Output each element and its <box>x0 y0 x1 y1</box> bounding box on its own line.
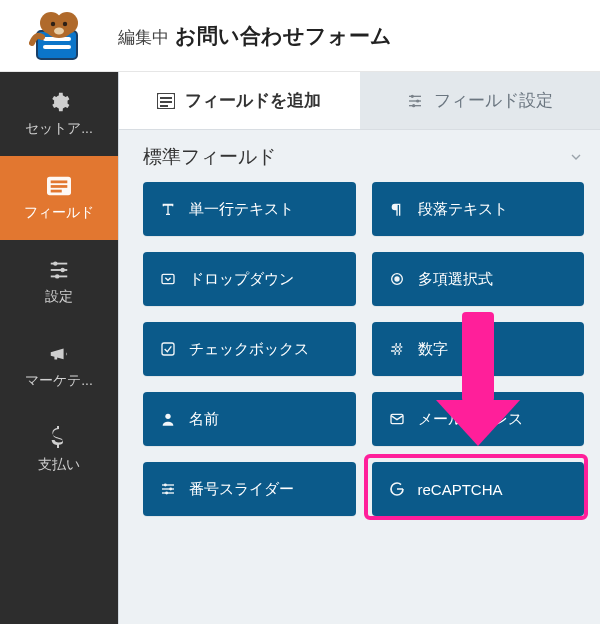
text-t-icon <box>159 200 177 218</box>
field-button[interactable]: 段落テキスト <box>372 182 585 236</box>
tab-add-fields[interactable]: フィールドを追加 <box>119 72 360 129</box>
sidebar-item-setup[interactable]: セットア... <box>0 72 118 156</box>
svg-rect-35 <box>162 484 174 485</box>
field-label: reCAPTCHA <box>418 481 569 498</box>
field-label: 数字 <box>418 340 569 359</box>
sidebar-item-label: マーケテ... <box>25 372 93 390</box>
svg-rect-21 <box>160 101 172 103</box>
sliders-icon <box>47 258 71 282</box>
user-icon <box>159 410 177 428</box>
hash-icon <box>388 340 406 358</box>
field-button[interactable]: 番号スライダー <box>143 462 356 516</box>
bullhorn-icon <box>47 342 71 366</box>
wpforms-logo-icon <box>29 9 89 63</box>
svg-point-39 <box>169 488 172 491</box>
svg-point-8 <box>54 27 64 34</box>
dollar-icon <box>47 426 71 450</box>
svg-rect-20 <box>160 97 172 99</box>
svg-rect-2 <box>43 45 71 49</box>
svg-point-28 <box>412 104 415 107</box>
sidebar: セットア... フィールド 設定 マーケテ... <box>0 72 118 624</box>
sliders-icon <box>406 92 424 110</box>
form-icon <box>157 92 175 110</box>
sidebar-item-label: フィールド <box>24 204 94 222</box>
svg-rect-29 <box>162 274 174 283</box>
svg-point-16 <box>53 261 57 265</box>
chevron-down-icon <box>568 149 584 165</box>
svg-point-26 <box>411 94 414 97</box>
field-button[interactable]: ドロップダウン <box>143 252 356 306</box>
field-button[interactable]: 数字 <box>372 322 585 376</box>
dropdown-icon <box>159 270 177 288</box>
mail-icon <box>388 410 406 428</box>
header-title: 編集中 お問い合わせフォーム <box>118 22 392 50</box>
svg-point-7 <box>63 21 67 25</box>
section-title: 標準フィールド <box>143 144 276 170</box>
header: 編集中 お問い合わせフォーム <box>0 0 600 72</box>
field-label: ドロップダウン <box>189 270 340 289</box>
app-logo <box>0 0 118 72</box>
svg-point-33 <box>165 414 170 419</box>
field-button[interactable]: チェックボックス <box>143 322 356 376</box>
sliders-icon <box>159 480 177 498</box>
svg-point-18 <box>55 274 59 278</box>
svg-point-40 <box>165 492 168 495</box>
sidebar-item-label: 支払い <box>38 456 80 474</box>
svg-point-17 <box>60 268 64 272</box>
field-button[interactable]: 多項選択式 <box>372 252 585 306</box>
google-g-icon <box>388 480 406 498</box>
panel: フィールドを追加 フィールド設定 標準フィールド 単一行テキスト段落テキストドロ… <box>118 72 600 624</box>
tabs: フィールドを追加 フィールド設定 <box>119 72 600 130</box>
svg-point-27 <box>416 99 419 102</box>
svg-rect-22 <box>160 105 168 107</box>
field-label: 名前 <box>189 410 340 429</box>
sidebar-item-label: 設定 <box>45 288 73 306</box>
svg-rect-36 <box>162 488 174 489</box>
field-label: 多項選択式 <box>418 270 569 289</box>
svg-point-38 <box>164 484 167 487</box>
svg-point-5 <box>45 16 73 38</box>
fields-grid: 単一行テキスト段落テキストドロップダウン多項選択式チェックボックス数字名前メール… <box>119 176 600 532</box>
field-button[interactable]: 名前 <box>143 392 356 446</box>
svg-point-31 <box>395 277 399 281</box>
gear-icon <box>47 90 71 114</box>
field-label: 段落テキスト <box>418 200 569 219</box>
sidebar-item-label: セットア... <box>25 120 93 138</box>
checkbox-icon <box>159 340 177 358</box>
tab-label: フィールドを追加 <box>185 89 321 112</box>
sidebar-item-payments[interactable]: 支払い <box>0 408 118 492</box>
svg-rect-32 <box>162 343 174 355</box>
sidebar-item-fields[interactable]: フィールド <box>0 156 118 240</box>
list-icon <box>47 174 71 198</box>
field-button[interactable]: 単一行テキスト <box>143 182 356 236</box>
field-label: 番号スライダー <box>189 480 340 499</box>
svg-rect-11 <box>51 185 68 188</box>
paragraph-icon <box>388 200 406 218</box>
form-name: お問い合わせフォーム <box>175 22 392 50</box>
sidebar-item-marketing[interactable]: マーケテ... <box>0 324 118 408</box>
radio-icon <box>388 270 406 288</box>
field-label: メールアドレス <box>418 410 569 429</box>
section-header[interactable]: 標準フィールド <box>119 130 600 176</box>
field-label: 単一行テキスト <box>189 200 340 219</box>
field-button[interactable]: reCAPTCHA <box>372 462 585 516</box>
sidebar-item-settings[interactable]: 設定 <box>0 240 118 324</box>
tab-label: フィールド設定 <box>434 89 553 112</box>
svg-point-6 <box>51 21 55 25</box>
tab-field-options[interactable]: フィールド設定 <box>360 72 601 129</box>
editing-label: 編集中 <box>118 26 169 49</box>
field-button[interactable]: メールアドレス <box>372 392 585 446</box>
field-label: チェックボックス <box>189 340 340 359</box>
svg-rect-10 <box>51 180 68 183</box>
svg-rect-12 <box>51 190 62 193</box>
